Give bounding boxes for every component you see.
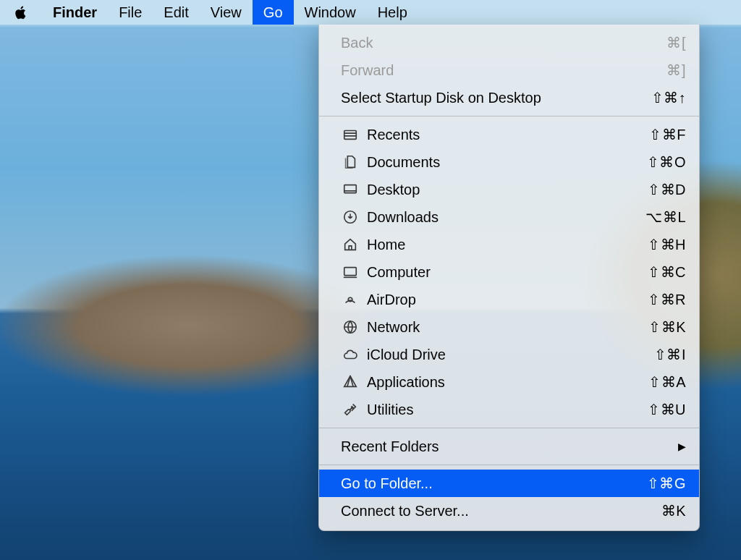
menubar-file[interactable]: File [108,0,153,25]
svg-rect-1 [344,185,357,193]
menu-item-shortcut: ⇧⌘H [648,236,686,253]
menu-item-shortcut: ⇧⌘G [647,475,686,492]
menu-item-label: Computer [367,264,431,281]
menu-item-back: Back ⌘[ [319,29,699,56]
menu-item-connect-to-server[interactable]: Connect to Server... ⌘K [319,497,699,525]
menubar-view[interactable]: View [200,0,253,25]
recents-icon [341,125,360,144]
menu-item-shortcut: ⇧⌘R [648,291,686,308]
utilities-icon [341,400,360,419]
menu-item-network[interactable]: Network ⇧⌘K [319,313,699,341]
menubar-window[interactable]: Window [294,0,367,25]
menu-item-computer[interactable]: Computer ⇧⌘C [319,258,699,286]
icloud-icon [341,345,360,364]
menu-item-forward: Forward ⌘] [319,56,699,84]
desktop-icon [341,180,360,199]
menu-item-home[interactable]: Home ⇧⌘H [319,231,699,258]
menu-item-label: AirDrop [367,292,416,308]
menu-item-label: Recent Folders [341,438,439,455]
menu-item-label: Go to Folder... [341,475,433,492]
menu-item-downloads[interactable]: Downloads ⌥⌘L [319,203,699,231]
menu-item-icloud[interactable]: iCloud Drive ⇧⌘I [319,341,699,368]
svg-rect-3 [344,268,357,276]
menu-separator [319,464,699,465]
menu-item-label: Network [367,319,420,336]
menu-item-shortcut: ⇧⌘C [648,263,686,281]
menu-item-label: Utilities [367,402,413,418]
menu-item-shortcut: ⇧⌘U [648,401,686,418]
menu-item-recent-folders[interactable]: Recent Folders ▶ [319,433,699,460]
menu-item-shortcut: ⇧⌘D [648,181,686,198]
menu-item-label: Forward [341,62,394,79]
menu-item-airdrop[interactable]: AirDrop ⇧⌘R [319,286,699,313]
submenu-arrow-icon: ▶ [678,441,686,452]
menu-item-label: iCloud Drive [367,347,446,363]
menu-item-documents[interactable]: Documents ⇧⌘O [319,148,699,176]
menu-item-utilities[interactable]: Utilities ⇧⌘U [319,396,699,423]
documents-icon [341,153,360,171]
menu-separator [319,116,699,116]
menu-item-startup-disk[interactable]: Select Startup Disk on Desktop ⇧⌘↑ [319,84,699,111]
downloads-icon [341,208,360,226]
menu-item-shortcut: ⌘] [666,61,686,79]
menu-item-applications[interactable]: Applications ⇧⌘A [319,368,699,396]
menubar-help[interactable]: Help [367,0,418,25]
menu-item-desktop[interactable]: Desktop ⇧⌘D [319,176,699,203]
applications-icon [341,373,360,391]
svg-rect-0 [344,131,357,140]
home-icon [341,235,360,254]
computer-icon [341,263,360,281]
go-menu-dropdown: Back ⌘[ Forward ⌘] Select Startup Disk o… [318,25,700,531]
menubar: Finder File Edit View Go Window Help [0,0,741,25]
menu-item-recents[interactable]: Recents ⇧⌘F [319,121,699,148]
menu-item-label: Connect to Server... [341,503,469,519]
menu-item-shortcut: ⌥⌘L [645,208,686,226]
airdrop-icon [341,290,360,309]
apple-menu-icon[interactable] [13,4,29,20]
menu-item-shortcut: ⌘[ [666,34,686,51]
menu-separator [319,428,699,428]
menu-item-label: Downloads [367,209,439,226]
menu-item-shortcut: ⇧⌘A [648,373,686,391]
menu-item-label: Desktop [367,182,420,198]
menu-item-label: Documents [367,154,440,171]
menu-item-go-to-folder[interactable]: Go to Folder... ⇧⌘G [319,470,699,497]
menu-item-shortcut: ⇧⌘O [647,153,686,171]
menu-item-shortcut: ⇧⌘K [648,318,686,336]
menu-item-shortcut: ⇧⌘I [654,346,686,363]
menubar-app-name[interactable]: Finder [42,0,108,25]
menu-item-label: Back [341,35,373,51]
menu-item-shortcut: ⌘K [661,502,686,519]
menu-item-shortcut: ⇧⌘F [649,126,686,143]
menu-item-label: Recents [367,127,420,143]
menu-item-shortcut: ⇧⌘↑ [651,89,687,106]
menu-item-label: Home [367,237,405,253]
menu-item-label: Select Startup Disk on Desktop [341,90,541,106]
menubar-edit[interactable]: Edit [153,0,199,25]
menubar-go[interactable]: Go [253,0,294,25]
network-icon [341,318,360,336]
menu-item-label: Applications [367,374,445,391]
